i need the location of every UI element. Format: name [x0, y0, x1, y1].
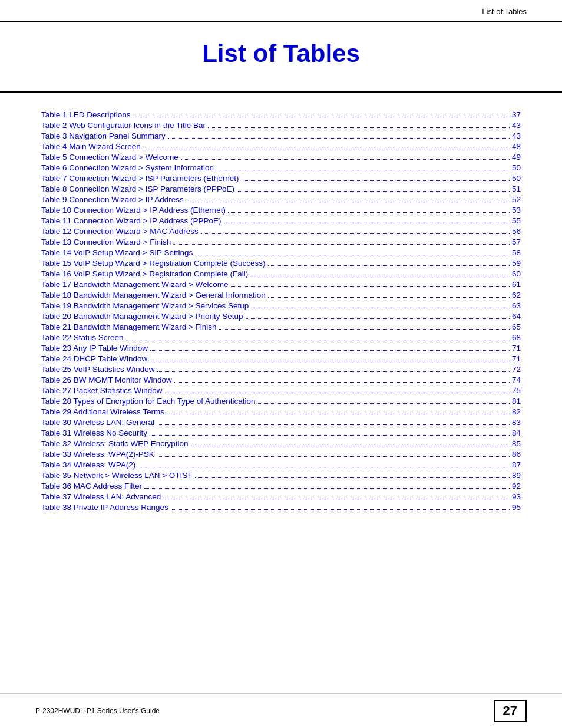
- toc-page: 48: [512, 142, 521, 151]
- toc-label: Table 5 Connection Wizard > Welcome: [41, 153, 178, 162]
- toc-entry[interactable]: Table 37 Wireless LAN: Advanced93: [41, 492, 521, 501]
- toc-page: 61: [512, 280, 521, 289]
- footer: P-2302HWUDL-P1 Series User's Guide 27: [0, 693, 562, 728]
- toc-entry[interactable]: Table 18 Bandwidth Management Wizard > G…: [41, 291, 521, 299]
- toc-page: 83: [512, 418, 521, 427]
- toc-entry[interactable]: Table 25 VoIP Statistics Window72: [41, 365, 521, 374]
- toc-page: 50: [512, 174, 521, 183]
- toc-page: 81: [512, 397, 521, 406]
- toc-dots: [191, 446, 510, 446]
- toc-dots: [167, 414, 510, 414]
- toc-page: 86: [512, 450, 521, 459]
- toc-dots: [143, 149, 510, 149]
- toc-entry[interactable]: Table 16 VoIP Setup Wizard > Registratio…: [41, 269, 521, 278]
- page-container: List of Tables List of Tables Table 1 LE…: [0, 0, 562, 728]
- toc-entry[interactable]: Table 11 Connection Wizard > IP Address …: [41, 216, 521, 225]
- toc-entry[interactable]: Table 32 Wireless: Static WEP Encryption…: [41, 439, 521, 448]
- page-title: List of Tables: [35, 39, 527, 68]
- toc-entry[interactable]: Table 9 Connection Wizard > IP Address52: [41, 195, 521, 204]
- page-title-section: List of Tables: [0, 22, 562, 93]
- toc-entry[interactable]: Table 14 VoIP Setup Wizard > SIP Setting…: [41, 248, 521, 257]
- toc-dots: [157, 456, 510, 457]
- toc-dots: [250, 276, 510, 276]
- toc-label: Table 4 Main Wizard Screen: [41, 142, 141, 151]
- toc-dots: [231, 286, 510, 287]
- toc-entry[interactable]: Table 22 Status Screen68: [41, 333, 521, 342]
- toc-dots: [150, 435, 510, 436]
- toc-page: 89: [512, 471, 521, 480]
- toc-label: Table 17 Bandwidth Management Wizard > W…: [41, 280, 229, 289]
- toc-dots: [157, 371, 510, 372]
- toc-entry[interactable]: Table 38 Private IP Address Ranges95: [41, 503, 521, 512]
- toc-entry[interactable]: Table 3 Navigation Panel Summary43: [41, 131, 521, 140]
- toc-entry[interactable]: Table 36 MAC Address Filter92: [41, 482, 521, 490]
- toc-section: Table 1 LED Descriptions37Table 2 Web Co…: [0, 110, 562, 549]
- toc-entry[interactable]: Table 29 Additional Wireless Terms82: [41, 407, 521, 416]
- toc-page: 92: [512, 482, 521, 490]
- toc-entry[interactable]: Table 33 Wireless: WPA(2)-PSK86: [41, 450, 521, 459]
- toc-label: Table 25 VoIP Statistics Window: [41, 365, 155, 374]
- toc-dots: [138, 467, 510, 467]
- toc-dots: [186, 202, 510, 202]
- toc-dots: [165, 393, 510, 393]
- toc-dots: [258, 403, 510, 404]
- toc-dots: [168, 138, 510, 139]
- toc-page: 71: [512, 354, 521, 363]
- toc-label: Table 24 DHCP Table Window: [41, 354, 147, 363]
- toc-entry[interactable]: Table 12 Connection Wizard > MAC Address…: [41, 227, 521, 236]
- toc-entry[interactable]: Table 17 Bandwidth Management Wizard > W…: [41, 280, 521, 289]
- toc-entry[interactable]: Table 19 Bandwidth Management Wizard > S…: [41, 301, 521, 310]
- toc-entry[interactable]: Table 35 Network > Wireless LAN > OTIST8…: [41, 471, 521, 480]
- toc-label: Table 12 Connection Wizard > MAC Address: [41, 227, 199, 236]
- toc-dots: [201, 233, 510, 234]
- toc-entry[interactable]: Table 23 Any IP Table Window71: [41, 344, 521, 353]
- toc-entry[interactable]: Table 24 DHCP Table Window71: [41, 354, 521, 363]
- header-bar: List of Tables: [0, 0, 562, 22]
- toc-entry[interactable]: Table 8 Connection Wizard > ISP Paramete…: [41, 185, 521, 193]
- toc-page: 74: [512, 375, 521, 384]
- toc-entry[interactable]: Table 31 Wireless No Security84: [41, 429, 521, 437]
- toc-page: 63: [512, 301, 521, 310]
- toc-page: 53: [512, 206, 521, 215]
- toc-label: Table 36 MAC Address Filter: [41, 482, 142, 490]
- toc-page: 59: [512, 259, 521, 268]
- toc-entry[interactable]: Table 10 Connection Wizard > IP Address …: [41, 206, 521, 215]
- toc-dots: [251, 308, 510, 308]
- footer-page-number: 27: [494, 700, 527, 722]
- toc-label: Table 1 LED Descriptions: [41, 110, 131, 119]
- toc-dots: [228, 212, 510, 213]
- toc-label: Table 31 Wireless No Security: [41, 429, 147, 437]
- toc-page: 62: [512, 291, 521, 299]
- toc-label: Table 35 Network > Wireless LAN > OTIST: [41, 471, 193, 480]
- toc-dots: [195, 255, 510, 255]
- toc-entry[interactable]: Table 26 BW MGMT Monitor Window74: [41, 375, 521, 384]
- toc-entry[interactable]: Table 4 Main Wizard Screen48: [41, 142, 521, 151]
- toc-entry[interactable]: Table 21 Bandwidth Management Wizard > F…: [41, 322, 521, 331]
- toc-entry[interactable]: Table 30 Wireless LAN: General83: [41, 418, 521, 427]
- toc-label: Table 27 Packet Statistics Window: [41, 386, 163, 395]
- toc-dots: [216, 170, 510, 170]
- toc-entry[interactable]: Table 34 Wireless: WPA(2)87: [41, 460, 521, 469]
- toc-label: Table 20 Bandwidth Management Wizard > P…: [41, 312, 243, 321]
- toc-dots: [173, 244, 510, 245]
- toc-entry[interactable]: Table 1 LED Descriptions37: [41, 110, 521, 119]
- toc-entry[interactable]: Table 27 Packet Statistics Window75: [41, 386, 521, 395]
- toc-entry[interactable]: Table 28 Types of Encryption for Each Ty…: [41, 397, 521, 406]
- toc-page: 82: [512, 407, 521, 416]
- toc-label: Table 33 Wireless: WPA(2)-PSK: [41, 450, 154, 459]
- toc-label: Table 6 Connection Wizard > System Infor…: [41, 163, 214, 172]
- toc-entry[interactable]: Table 15 VoIP Setup Wizard > Registratio…: [41, 259, 521, 268]
- toc-entry[interactable]: Table 6 Connection Wizard > System Infor…: [41, 163, 521, 172]
- toc-entry[interactable]: Table 13 Connection Wizard > Finish57: [41, 238, 521, 246]
- toc-dots: [237, 191, 510, 192]
- toc-entry[interactable]: Table 7 Connection Wizard > ISP Paramete…: [41, 174, 521, 183]
- toc-entry[interactable]: Table 20 Bandwidth Management Wizard > P…: [41, 312, 521, 321]
- toc-label: Table 11 Connection Wizard > IP Address …: [41, 216, 222, 225]
- toc-dots: [171, 509, 510, 510]
- toc-label: Table 37 Wireless LAN: Advanced: [41, 492, 161, 501]
- footer-guide-title: P-2302HWUDL-P1 Series User's Guide: [35, 707, 160, 715]
- toc-page: 49: [512, 153, 521, 162]
- toc-entry[interactable]: Table 2 Web Configurator Icons in the Ti…: [41, 121, 521, 130]
- toc-entry[interactable]: Table 5 Connection Wizard > Welcome49: [41, 153, 521, 162]
- toc-label: Table 16 VoIP Setup Wizard > Registratio…: [41, 269, 248, 278]
